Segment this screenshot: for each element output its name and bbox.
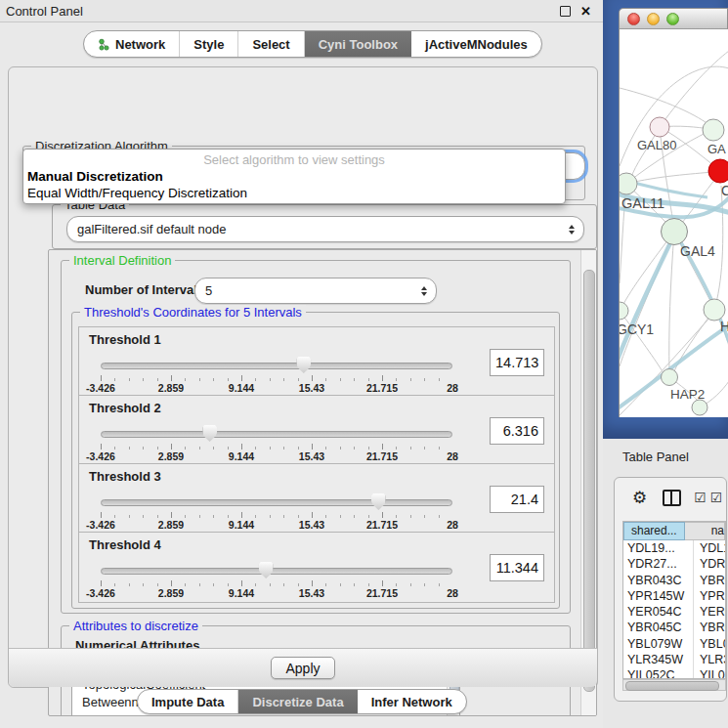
table-row[interactable]: YIL052C YIL0	[623, 667, 725, 679]
cell-shared-name[interactable]: YDL19...	[623, 540, 694, 556]
option-manual-discretization[interactable]: Manual Discretization	[27, 169, 163, 184]
tab-style[interactable]: Style	[180, 31, 238, 57]
node-gal4[interactable]	[662, 219, 688, 245]
number-of-intervals-combobox[interactable]: 5	[194, 278, 437, 304]
table-row[interactable]: YBR043C YBR0	[623, 573, 725, 588]
close-icon[interactable]: ✕	[580, 5, 591, 18]
slider-track[interactable]	[101, 363, 452, 369]
table-data-combobox[interactable]: galFiltered.sif default node	[66, 216, 584, 242]
slider-thumb[interactable]	[259, 562, 274, 578]
cell-shared-name[interactable]: YBR043C	[623, 573, 694, 588]
slider-thumb[interactable]	[296, 357, 311, 373]
zoom-traffic-light-icon[interactable]	[666, 13, 679, 25]
cell-name[interactable]: YBR0	[694, 620, 725, 635]
threshold-2-value-field[interactable]	[490, 417, 544, 445]
threshold-4-slider[interactable]: -3.426 2.859 9.144 15.43 21.715 28	[101, 566, 452, 601]
tab-network[interactable]: Network	[84, 31, 180, 57]
group-title: Attributes to discretize	[69, 619, 202, 633]
table-row[interactable]: YBL079W YBL0	[623, 636, 725, 652]
minimize-traffic-light-icon[interactable]	[647, 13, 660, 25]
threshold-3-slider[interactable]: -3.426 2.859 9.144 15.43 21.715 28	[101, 497, 452, 533]
table-row[interactable]: YER054C YER0	[623, 604, 725, 620]
node-label-gal80: GAL80	[637, 138, 676, 152]
tab-impute-data[interactable]: Impute Data	[138, 690, 238, 713]
cell-name[interactable]: YDL1	[694, 540, 725, 556]
slider-track[interactable]	[101, 431, 452, 438]
tab-discretize-data[interactable]: Discretize Data	[238, 690, 357, 713]
node-partial-bottom[interactable]	[692, 400, 707, 415]
threshold-2-slider[interactable]: -3.426 2.859 9.144 15.43 21.715 28	[101, 429, 452, 464]
slider-thumb[interactable]	[371, 493, 386, 510]
float-window-icon[interactable]	[560, 6, 571, 17]
tab-infer-network[interactable]: Infer Network	[358, 690, 466, 713]
tick-label: 28	[447, 450, 458, 462]
cell-shared-name[interactable]: YER054C	[623, 604, 694, 620]
settings-scroll-panel: Interval Definition Number of Intervals …	[48, 249, 597, 716]
table-row[interactable]: YDL19... YDL1	[623, 540, 725, 556]
split-columns-icon[interactable]	[663, 490, 681, 506]
tab-jactivemnodules[interactable]: jActiveMNodules	[411, 31, 541, 57]
cell-name[interactable]: YPR1	[694, 588, 725, 604]
network-canvas[interactable]: GAL80 GA GAL11 GAL4 GCY1 C H HAP2	[619, 29, 728, 417]
cell-shared-name[interactable]: YDR27...	[623, 556, 694, 572]
threshold-4-value-field[interactable]	[490, 554, 544, 581]
thresholds-group: Threshold's Coordinates for 5 Intervals …	[71, 312, 560, 609]
group-title: Threshold's Coordinates for 5 Intervals	[80, 305, 306, 320]
tick-label: 2.859	[158, 587, 184, 599]
checkbox-icon[interactable]: ☑	[710, 491, 723, 504]
cell-shared-name[interactable]: YIL052C	[623, 667, 694, 679]
tick-label: 28	[447, 519, 458, 531]
slider-track[interactable]	[101, 499, 452, 506]
node-partial-top-right[interactable]	[703, 119, 724, 141]
node-gal80[interactable]	[650, 117, 669, 137]
threshold-1-slider[interactable]: -3.426 2.859 9.144 15.43 21.715 28	[101, 361, 452, 396]
cell-name[interactable]: YDR2	[694, 556, 725, 572]
table-panel: ⚙ ☑ ☑ shared... na YDL19... YDL1 YDR27..…	[614, 477, 727, 702]
node-attribute-table[interactable]: shared... na YDL19... YDL1 YDR27... YDR2…	[622, 521, 726, 679]
column-header-shared-name[interactable]: shared...	[623, 522, 685, 540]
node-gcy1[interactable]	[620, 302, 628, 320]
threshold-1-value-field[interactable]	[490, 349, 544, 376]
tab-select[interactable]: Select	[238, 31, 304, 57]
node-partial-low-right[interactable]	[704, 299, 725, 321]
close-traffic-light-icon[interactable]	[627, 13, 640, 25]
slider-thumb[interactable]	[202, 425, 217, 442]
apply-button[interactable]: Apply	[271, 657, 335, 679]
cell-name[interactable]: YIL0	[694, 667, 725, 679]
cell-shared-name[interactable]: YBR045C	[623, 620, 694, 635]
tab-cyni-toolbox-label: Cyni Toolbox	[319, 37, 398, 52]
tick-label: -3.426	[86, 587, 115, 599]
node-hap2[interactable]	[662, 369, 678, 386]
slider-ticks	[101, 512, 452, 518]
network-nodes[interactable]	[620, 117, 728, 415]
network-icon	[98, 38, 110, 51]
table-horizontal-scrollbar[interactable]	[622, 679, 726, 691]
table-row[interactable]: YBR045C YBR0	[623, 620, 725, 635]
threshold-3-value-field[interactable]	[490, 486, 544, 513]
table-row[interactable]: YPR145W YPR1	[623, 588, 725, 604]
network-window-titlebar[interactable]	[619, 8, 728, 29]
tab-cyni-toolbox[interactable]: Cyni Toolbox	[305, 31, 411, 57]
cell-name[interactable]: YLR3	[694, 652, 725, 667]
node-label-gal11: GAL11	[621, 195, 664, 211]
slider-track[interactable]	[101, 568, 452, 575]
scrollbar-thumb[interactable]	[583, 270, 595, 692]
cell-name[interactable]: YBR0	[694, 573, 725, 588]
settings-scrollbar[interactable]	[580, 250, 596, 715]
threshold-3-panel: Threshold 3 -3.426 2.859 9.144 15.43	[78, 463, 555, 535]
node-gal11[interactable]	[620, 173, 637, 194]
cell-name[interactable]: YBL0	[694, 636, 725, 652]
threshold-2-panel: Threshold 2 -3.426 2.859 9.144 15.43	[78, 395, 555, 466]
gear-icon[interactable]: ⚙	[632, 490, 647, 506]
option-equal-width-frequency[interactable]: Equal Width/Frequency Discretization	[27, 186, 247, 200]
node-red-selected[interactable]	[708, 159, 728, 183]
checkbox-icon[interactable]: ☑	[694, 491, 707, 504]
cell-shared-name[interactable]: YBL079W	[623, 636, 694, 652]
table-row[interactable]: YLR345W YLR3	[623, 652, 725, 667]
table-row[interactable]: YDR27... YDR2	[623, 556, 725, 572]
column-header-name[interactable]: na	[685, 522, 725, 540]
cell-shared-name[interactable]: YPR145W	[623, 588, 694, 604]
cell-shared-name[interactable]: YLR345W	[623, 652, 694, 667]
scrollbar-thumb[interactable]	[625, 681, 719, 691]
cell-name[interactable]: YER0	[694, 604, 725, 620]
